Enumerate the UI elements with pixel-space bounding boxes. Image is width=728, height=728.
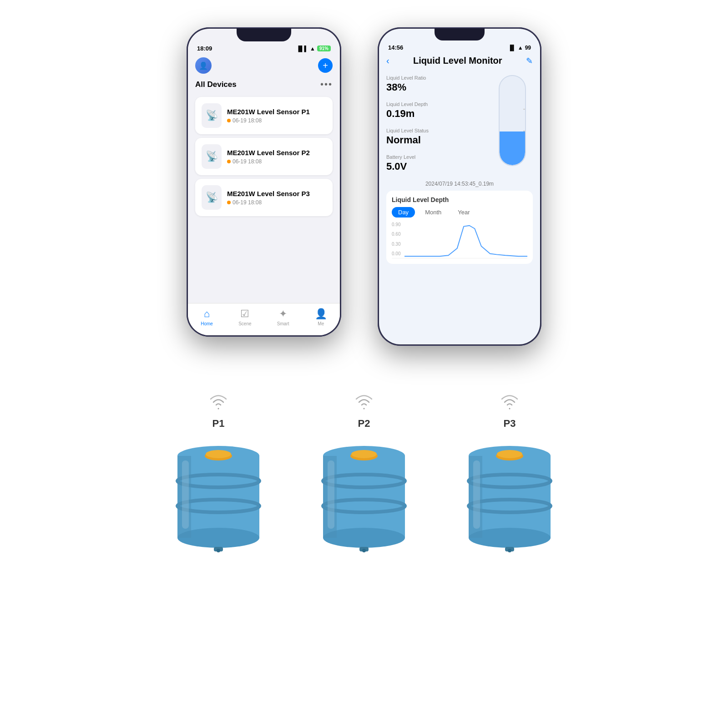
stat-status-value: Normal — [386, 134, 485, 146]
top-section: 18:09 ▐▌▌ ▲ 91% 👤 + All Devices ••• — [0, 0, 728, 364]
chart-title: Liquid Level Depth — [392, 196, 527, 203]
stat-ratio: Liquid Level Ratio 38% — [386, 75, 485, 93]
svg-rect-32 — [473, 460, 480, 529]
add-button[interactable]: + — [318, 58, 333, 73]
wifi-icon: ▲ — [518, 45, 523, 51]
list-item[interactable]: 📡 ME201W Level Sensor P3 06-19 18:08 — [195, 179, 333, 216]
signal-icon: ▐▌▌ — [297, 46, 308, 52]
svg-point-9 — [217, 549, 220, 552]
device-info: ME201W Level Sensor P3 06-19 18:08 — [227, 190, 326, 206]
nav-scene-label: Scene — [238, 321, 251, 326]
svg-point-20 — [362, 549, 366, 552]
tab-year[interactable]: Year — [451, 207, 476, 217]
wifi-signal-p2 — [353, 391, 375, 414]
svg-point-17 — [351, 450, 377, 458]
nav-home[interactable]: ⌂ Home — [201, 308, 213, 326]
stat-depth: Liquid Level Depth 0.19m — [386, 101, 485, 120]
monitor-title: Liquid Level Monitor — [393, 56, 522, 66]
stat-status: Liquid Level Status Normal — [386, 128, 485, 146]
barrel-p1-label: P1 — [212, 418, 225, 430]
add-icon: + — [323, 61, 328, 71]
barrel-p3: P3 — [460, 391, 560, 561]
wifi-icon: ▲ — [310, 46, 315, 52]
timestamp-text: 2024/07/19 14:53:45_0.19m — [425, 181, 494, 187]
timestamp-bar: 2024/07/19 14:53:45_0.19m — [379, 177, 540, 191]
wifi-signal-p3 — [498, 391, 521, 414]
device-info: ME201W Level Sensor P1 06-19 18:08 — [227, 108, 326, 124]
nav-me[interactable]: 👤 Me — [315, 308, 327, 326]
nav-scene[interactable]: ☑ Scene — [238, 308, 251, 326]
tank-mark-bottom — [523, 131, 526, 131]
chart-line-svg — [404, 222, 527, 257]
edit-button[interactable]: ✎ — [526, 56, 533, 66]
wifi-waves-p3 — [498, 391, 521, 414]
monitor-content: Liquid Level Ratio 38% Liquid Level Dept… — [379, 71, 540, 177]
phone2-time: 14:56 — [388, 44, 403, 51]
stat-depth-value: 0.19m — [386, 108, 485, 120]
back-button[interactable]: ‹ — [386, 56, 389, 66]
bottom-section: P1 — [0, 364, 728, 588]
nav-home-label: Home — [201, 321, 213, 326]
stat-battery-label: Battery Level — [386, 154, 485, 160]
devices-header: All Devices ••• — [188, 77, 340, 93]
device-time: 06-19 18:08 — [227, 199, 326, 206]
y-label-090: 0.90 — [392, 222, 400, 227]
more-menu-button[interactable]: ••• — [320, 79, 333, 90]
phone2-battery: 99 — [525, 45, 531, 51]
monitor-stats: Liquid Level Ratio 38% Liquid Level Dept… — [386, 75, 485, 172]
me-icon: 👤 — [315, 308, 327, 320]
svg-point-28 — [497, 450, 522, 458]
y-label-000: 0.00 — [392, 251, 400, 256]
phone1-time: 18:09 — [197, 45, 212, 52]
nav-smart-label: Smart — [277, 321, 289, 326]
list-item[interactable]: 📡 ME201W Level Sensor P2 06-19 18:08 — [195, 138, 333, 175]
barrel-p3-svg — [460, 433, 560, 561]
tank-container: 38% — [499, 75, 526, 166]
stat-battery-value: 5.0V — [386, 161, 485, 172]
phone2-frame: 14:56 ▐▌ ▲ 99 ‹ Liquid Level Monitor ✎ L… — [378, 27, 541, 346]
barrel-p2-svg — [314, 433, 414, 561]
phone2-notch — [435, 29, 485, 40]
phone1-frame: 18:09 ▐▌▌ ▲ 91% 👤 + All Devices ••• — [187, 27, 341, 337]
home-icon: ⌂ — [204, 308, 210, 320]
monitor-header: ‹ Liquid Level Monitor ✎ — [379, 53, 540, 71]
phone1-notch — [237, 29, 291, 41]
device-name: ME201W Level Sensor P2 — [227, 149, 326, 157]
tab-month[interactable]: Month — [419, 207, 448, 217]
wifi-waves-p2 — [353, 391, 375, 414]
phone1-battery: 91% — [317, 46, 331, 51]
stat-status-label: Liquid Level Status — [386, 128, 485, 133]
stat-ratio-value: 38% — [386, 81, 485, 93]
device-name: ME201W Level Sensor P3 — [227, 190, 326, 197]
svg-rect-21 — [328, 460, 334, 529]
device-info: ME201W Level Sensor P2 06-19 18:08 — [227, 149, 326, 165]
phone2-inner: 14:56 ▐▌ ▲ 99 ‹ Liquid Level Monitor ✎ L… — [379, 29, 540, 344]
stat-battery: Battery Level 5.0V — [386, 154, 485, 172]
tank-visual: 38% — [492, 75, 533, 172]
signal-icon: ▐▌ — [508, 45, 516, 51]
phone1-header: 👤 + — [188, 54, 340, 77]
stat-depth-label: Liquid Level Depth — [386, 101, 485, 107]
barrel-p2-label: P2 — [358, 418, 370, 430]
list-item[interactable]: 📡 ME201W Level Sensor P1 06-19 18:08 — [195, 97, 333, 134]
svg-rect-10 — [182, 460, 189, 529]
smart-icon: ✦ — [279, 308, 287, 320]
phone2-status-bar: 14:56 ▐▌ ▲ 99 — [379, 40, 540, 53]
chart-tabs: Day Month Year — [392, 207, 527, 217]
tank-fill — [500, 131, 525, 165]
svg-point-6 — [206, 450, 231, 458]
status-dot — [227, 119, 231, 122]
barrel-p1: P1 — [168, 391, 268, 561]
tab-day[interactable]: Day — [392, 207, 415, 217]
chart-area: 0.90 0.60 0.30 0.00 — [392, 222, 527, 258]
bottom-nav: ⌂ Home ☑ Scene ✦ Smart 👤 Me — [188, 303, 340, 335]
device-icon: 📡 — [202, 144, 222, 169]
nav-smart[interactable]: ✦ Smart — [277, 308, 289, 326]
phone2-status-right: ▐▌ ▲ 99 — [508, 45, 531, 51]
avatar[interactable]: 👤 — [195, 57, 212, 74]
barrel-p1-svg — [168, 433, 268, 561]
status-dot — [227, 160, 231, 163]
scene-icon: ☑ — [240, 308, 249, 320]
device-time: 06-19 18:08 — [227, 117, 326, 124]
svg-point-31 — [508, 549, 511, 552]
